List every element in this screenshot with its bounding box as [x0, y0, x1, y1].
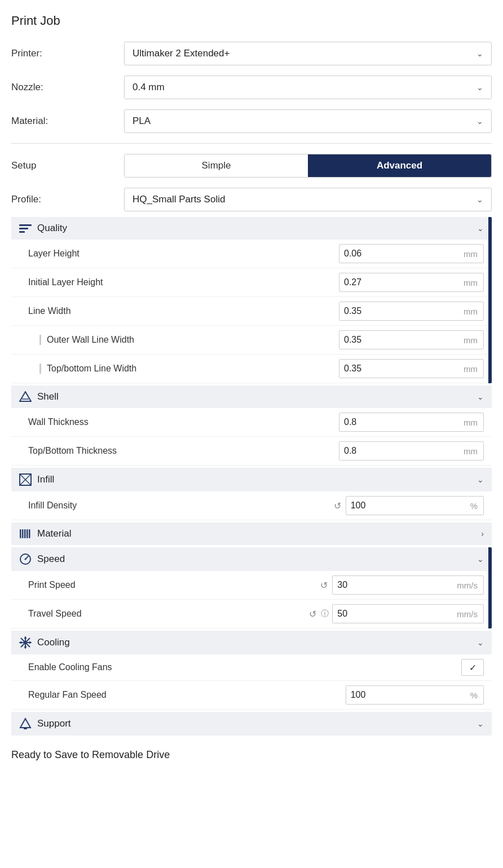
quality-section: Quality ⌄ Layer Height mm Initial Layer …	[11, 217, 492, 383]
svg-rect-12	[29, 529, 30, 538]
speed-title: Speed	[37, 553, 477, 565]
print-speed-input-group: mm/s	[332, 575, 484, 595]
infill-density-reset-icon[interactable]: ↺	[334, 501, 341, 511]
layer-height-input[interactable]	[339, 245, 461, 263]
wall-thickness-label: Wall Thickness	[28, 417, 339, 427]
enable-cooling-fans-checkbox-group[interactable]: ✓	[461, 659, 484, 676]
printer-select[interactable]: Ultimaker 2 Extended+ ⌄	[124, 42, 492, 65]
wall-thickness-row: Wall Thickness mm	[11, 408, 492, 437]
enable-cooling-fans-label: Enable Cooling Fans	[28, 662, 461, 672]
svg-rect-9	[22, 529, 24, 538]
topbottom-line-width-input[interactable]	[339, 360, 461, 378]
material-chevron-icon: ⌄	[476, 117, 483, 126]
regular-fan-speed-input[interactable]	[346, 686, 468, 704]
advanced-button[interactable]: Advanced	[308, 154, 491, 177]
infill-chevron-icon: ⌄	[477, 475, 484, 484]
cooling-header[interactable]: Cooling ⌄	[11, 631, 492, 654]
svg-rect-0	[19, 224, 32, 226]
print-speed-input[interactable]	[333, 576, 455, 594]
quality-body: Layer Height mm Initial Layer Height mm …	[11, 240, 492, 383]
regular-fan-speed-unit: %	[468, 687, 483, 704]
wall-thickness-unit: mm	[461, 414, 483, 431]
printer-label: Printer:	[11, 48, 124, 59]
support-icon	[19, 718, 32, 730]
shell-body: Wall Thickness mm Top/Bottom Thickness m…	[11, 408, 492, 466]
infill-section: Infill ⌄ Infill Density ↺ %	[11, 468, 492, 520]
material-icon	[19, 528, 32, 539]
outer-wall-line-width-input[interactable]	[339, 331, 461, 349]
shell-title: Shell	[37, 391, 477, 402]
line-width-unit: mm	[461, 303, 483, 320]
infill-body: Infill Density ↺ %	[11, 491, 492, 520]
nozzle-select[interactable]: 0.4 mm ⌄	[124, 76, 492, 99]
regular-fan-speed-row: Regular Fan Speed %	[11, 681, 492, 710]
initial-layer-height-input[interactable]	[339, 273, 461, 291]
svg-marker-28	[20, 719, 30, 728]
wall-thickness-input-group: mm	[339, 413, 484, 432]
cooling-body: Enable Cooling Fans ✓ Regular Fan Speed …	[11, 654, 492, 710]
material-settings-header[interactable]: Material ›	[11, 522, 492, 545]
outer-wall-line-width-label: Outer Wall Line Width	[39, 335, 339, 345]
infill-icon	[19, 473, 32, 486]
infill-header[interactable]: Infill ⌄	[11, 468, 492, 491]
profile-select[interactable]: HQ_Small Parts Solid ⌄	[124, 188, 492, 211]
travel-speed-reset-icon[interactable]: ↺	[309, 609, 316, 619]
svg-rect-8	[20, 529, 21, 538]
line-width-input[interactable]	[339, 302, 461, 320]
quality-chevron-icon: ⌄	[477, 224, 484, 233]
speed-header[interactable]: Speed ⌄	[11, 547, 492, 571]
material-settings-chevron-icon: ›	[481, 529, 484, 538]
cooling-section: Cooling ⌄ Enable Cooling Fans ✓ Regular …	[11, 631, 492, 710]
print-speed-row: Print Speed ↺ mm/s	[11, 571, 492, 600]
layer-height-unit: mm	[461, 245, 483, 263]
quality-title: Quality	[37, 223, 477, 234]
infill-density-input[interactable]	[346, 497, 468, 515]
infill-density-label: Infill Density	[28, 501, 334, 511]
shell-chevron-icon: ⌄	[477, 392, 484, 401]
material-label: Material:	[11, 116, 124, 127]
infill-density-unit: %	[468, 497, 483, 515]
speed-accent-bar	[488, 547, 492, 628]
travel-speed-input-group: mm/s	[332, 604, 484, 623]
quality-icon	[19, 223, 32, 233]
topbottom-thickness-input[interactable]	[339, 442, 461, 460]
speed-section: Speed ⌄ Print Speed ↺ mm/s Travel Speed …	[11, 547, 492, 628]
material-settings-section: Material ›	[11, 522, 492, 545]
print-speed-unit: mm/s	[455, 577, 483, 594]
speed-body: Print Speed ↺ mm/s Travel Speed ↺ ⓘ mm/s	[11, 571, 492, 628]
svg-rect-1	[19, 228, 28, 229]
initial-layer-height-label: Initial Layer Height	[28, 277, 339, 287]
page-title: Print Job	[11, 14, 492, 28]
travel-speed-info-icon[interactable]: ⓘ	[321, 609, 329, 619]
wall-thickness-input[interactable]	[339, 413, 461, 431]
shell-section: Shell ⌄ Wall Thickness mm Top/Bottom Thi…	[11, 386, 492, 466]
topbottom-thickness-label: Top/Bottom Thickness	[28, 446, 339, 456]
infill-density-input-group: %	[346, 496, 484, 515]
simple-button[interactable]: Simple	[125, 154, 308, 177]
quality-header[interactable]: Quality ⌄	[11, 217, 492, 240]
enable-cooling-fans-checkmark-icon: ✓	[467, 662, 478, 672]
layer-height-input-group: mm	[339, 244, 484, 263]
support-header[interactable]: Support ⌄	[11, 712, 492, 736]
topbottom-thickness-row: Top/Bottom Thickness mm	[11, 437, 492, 466]
line-width-label: Line Width	[28, 306, 339, 316]
material-select[interactable]: PLA ⌄	[124, 109, 492, 133]
shell-header[interactable]: Shell ⌄	[11, 386, 492, 408]
support-title: Support	[37, 718, 477, 729]
topbottom-line-width-label: Top/bottom Line Width	[39, 364, 339, 374]
cooling-chevron-icon: ⌄	[477, 638, 484, 647]
travel-speed-input[interactable]	[333, 605, 455, 623]
layer-height-row: Layer Height mm	[11, 240, 492, 268]
status-text: Ready to Save to Removable Drive	[11, 736, 492, 767]
printer-row: Printer: Ultimaker 2 Extended+ ⌄	[11, 42, 492, 65]
nozzle-value: 0.4 mm	[133, 82, 165, 93]
support-section: Support ⌄	[11, 712, 492, 736]
setup-label: Setup	[11, 160, 124, 171]
material-row: Material: PLA ⌄	[11, 109, 492, 133]
print-speed-reset-icon[interactable]: ↺	[320, 580, 328, 591]
profile-chevron-icon: ⌄	[476, 195, 483, 204]
travel-speed-label: Travel Speed	[28, 609, 309, 619]
topbottom-thickness-input-group: mm	[339, 441, 484, 460]
cooling-icon	[19, 636, 32, 649]
enable-cooling-fans-row: Enable Cooling Fans ✓	[11, 654, 492, 681]
